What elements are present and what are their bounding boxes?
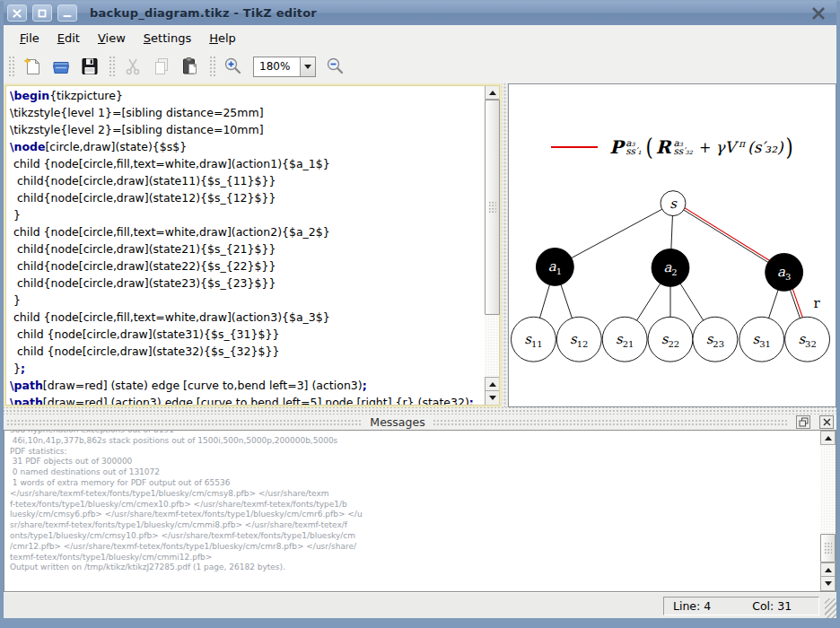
toolbar-handle[interactable] — [7, 55, 14, 78]
cut-icon — [122, 56, 144, 77]
code-line: \path[draw=red] (state) edge [curve to,b… — [10, 377, 485, 394]
scroll-up-button[interactable] — [820, 563, 836, 577]
message-line: /cmr12.pfb> </usr/share/texmf-tetex/font… — [10, 542, 815, 553]
code-line: } — [10, 292, 485, 309]
dock-handle[interactable] — [6, 419, 363, 426]
message-line: onts/type1/bluesky/cm/cmsy10.pfb> </usr/… — [10, 531, 815, 542]
close-icon — [823, 418, 831, 426]
message-line: 0 named destinations out of 131072 — [10, 467, 815, 478]
arrow-up-icon — [825, 568, 832, 572]
scrollbar-thumb[interactable] — [820, 534, 836, 563]
node-label: s — [669, 196, 678, 212]
arrow-down-icon — [489, 396, 496, 400]
paste-icon — [179, 56, 201, 77]
save-button[interactable] — [77, 54, 102, 79]
maximize-icon — [38, 9, 47, 18]
open-file-button[interactable] — [48, 54, 74, 79]
cut-button[interactable] — [120, 54, 145, 79]
message-line: PDF statistics: — [10, 447, 815, 458]
reward-label: r — [813, 295, 820, 311]
editor-scrollbar[interactable] — [485, 85, 500, 406]
save-icon — [79, 56, 101, 77]
arrow-down-icon — [825, 581, 832, 586]
new-file-button[interactable] — [20, 54, 45, 79]
code-line: }; — [10, 360, 485, 377]
menu-help[interactable]: Help — [200, 28, 245, 48]
combobox-dropdown-button[interactable] — [300, 57, 315, 76]
toolbar-handle[interactable] — [208, 55, 215, 78]
main-area: \begin{tikzpicture}\tikzstyle{level 1}=[… — [4, 83, 836, 407]
message-line: 1 words of extra memory for PDF output o… — [10, 478, 815, 489]
code-line: child {node[circle,draw](state31){$s_{31… — [10, 326, 485, 343]
message-line: Output written on /tmp/ktikz/ktikzJ27285… — [10, 563, 815, 573]
minimize-button[interactable] — [57, 4, 77, 22]
code-line: child{node[circle,draw](state22){$s_{22}… — [10, 257, 485, 275]
close-button[interactable] — [7, 4, 27, 22]
messages-dock-titlebar: Messages — [4, 414, 836, 430]
copy-button[interactable] — [149, 54, 174, 79]
close-icon — [13, 9, 22, 18]
scrollbar-track[interactable] — [820, 445, 836, 534]
message-line: 31 PDF objects out of 300000 — [10, 457, 815, 467]
open-folder-icon — [50, 56, 72, 77]
message-line: luesky/cm/cmsy6.pfb> </usr/share/texmf-t… — [10, 510, 815, 520]
statusbar: Line: 4 Col: 31 — [4, 592, 836, 618]
code-line: child{node[circle,draw](state23){$s_{23}… — [10, 275, 485, 292]
zoom-level-value: 180% — [254, 57, 300, 76]
code-line: child {node[circle,fill,text=white,draw]… — [10, 309, 485, 326]
dock-float-button[interactable] — [796, 415, 810, 429]
menu-view[interactable]: View — [89, 28, 135, 48]
messages-dock-title: Messages — [370, 415, 424, 429]
chevron-down-icon — [304, 65, 311, 69]
zoom-out-icon — [325, 56, 346, 77]
message-line: f-tetex/fonts/type1/bluesky/cm/cmex10.pf… — [10, 500, 815, 510]
scroll-down-button[interactable] — [485, 391, 500, 406]
menu-settings[interactable]: Settings — [135, 28, 200, 48]
resize-grip[interactable] — [825, 598, 836, 618]
code-line: child{node[circle,draw](state21){$s_{21}… — [10, 240, 485, 257]
zoom-level-combobox[interactable]: 180% — [253, 57, 316, 77]
menu-file[interactable]: File — [11, 28, 48, 48]
zoom-out-button[interactable] — [323, 54, 348, 79]
code-line: child{node[circle,draw](state11){$s_{11}… — [10, 172, 485, 189]
message-line: sr/share/texmf-tetex/fonts/type1/bluesky… — [10, 520, 815, 531]
close-button-right[interactable] — [811, 7, 826, 20]
messages-panel: 388 hyphenation exceptions out of 8191 4… — [4, 430, 836, 592]
arrow-up-icon — [489, 382, 496, 387]
scrollbar-track[interactable] — [485, 315, 500, 377]
zoom-in-button[interactable] — [221, 54, 246, 79]
code-line: \node[circle,draw](state){$s$} — [10, 138, 485, 155]
scroll-down-button[interactable] — [820, 577, 836, 591]
arrow-up-icon — [489, 91, 496, 95]
dock-close-button[interactable] — [819, 415, 834, 429]
code-line: \tikzstyle{level 1}=[sibling distance=25… — [10, 104, 485, 121]
backup-diagram: sa1a2a3s11s12s21s22s23s31s32r — [509, 84, 836, 406]
column-indicator: Col: 31 — [752, 599, 792, 613]
arrow-up-icon — [825, 436, 832, 440]
scrollbar-thumb[interactable] — [485, 100, 500, 315]
vertical-splitter[interactable] — [502, 83, 508, 407]
code-line: child{node[circle,draw](state12){$s_{12}… — [10, 189, 485, 206]
code-editor[interactable]: \begin{tikzpicture}\tikzstyle{level 1}=[… — [5, 85, 485, 406]
new-file-icon — [22, 56, 43, 77]
messages-log[interactable]: 388 hyphenation exceptions out of 8191 4… — [4, 431, 820, 591]
dock-handle[interactable] — [433, 419, 789, 426]
menu-edit[interactable]: Edit — [48, 28, 89, 48]
message-line: </usr/share/texmf-tetex/fonts/type1/blue… — [10, 489, 815, 500]
close-icon — [811, 7, 826, 20]
cursor-position-panel: Line: 4 Col: 31 — [663, 597, 819, 615]
scroll-up-button[interactable] — [820, 431, 836, 445]
paste-button[interactable] — [178, 54, 203, 79]
messages-scrollbar[interactable] — [820, 431, 836, 591]
app-window: backup_diagram.tikz - TikZ editor File E… — [0, 0, 840, 628]
toolbar-handle[interactable] — [108, 55, 115, 78]
code-line: child {node[circle,fill,text=white,draw]… — [10, 223, 485, 240]
horizontal-splitter[interactable] — [4, 407, 836, 414]
maximize-button[interactable] — [32, 4, 52, 22]
menubar: File Edit View Settings Help — [4, 25, 836, 50]
message-line: texmf-tetex/fonts/type1/bluesky/cm/cmmi1… — [10, 553, 815, 563]
scroll-up-button[interactable] — [485, 377, 500, 391]
code-line: child {node[circle,draw](state32){$s_{32… — [10, 343, 485, 360]
scroll-up-button[interactable] — [485, 85, 500, 100]
code-line: \begin{tikzpicture} — [10, 87, 485, 104]
